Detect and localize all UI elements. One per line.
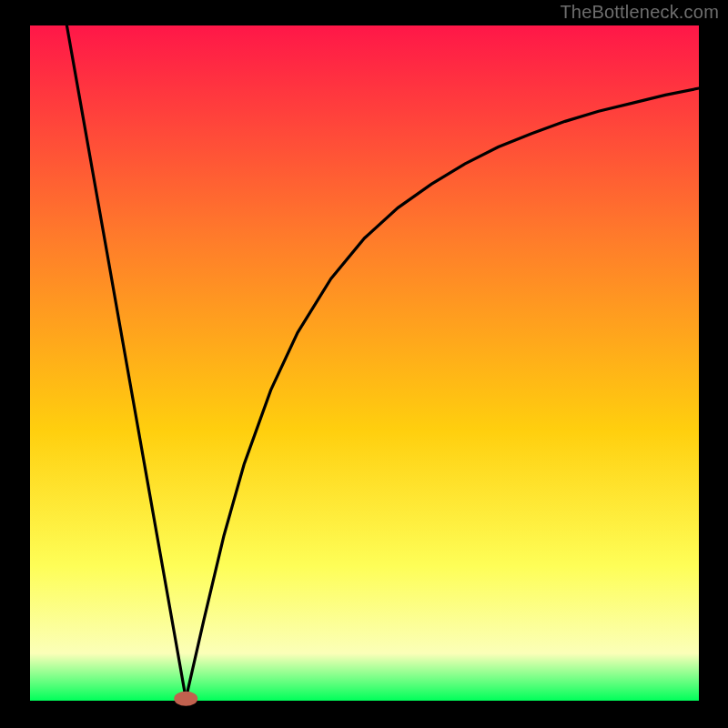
minimum-marker: [174, 692, 197, 706]
bottleneck-chart: [0, 0, 728, 728]
plot-background: [30, 25, 699, 701]
watermark-text: TheBottleneck.com: [560, 2, 719, 23]
chart-frame: TheBottleneck.com: [0, 0, 728, 728]
